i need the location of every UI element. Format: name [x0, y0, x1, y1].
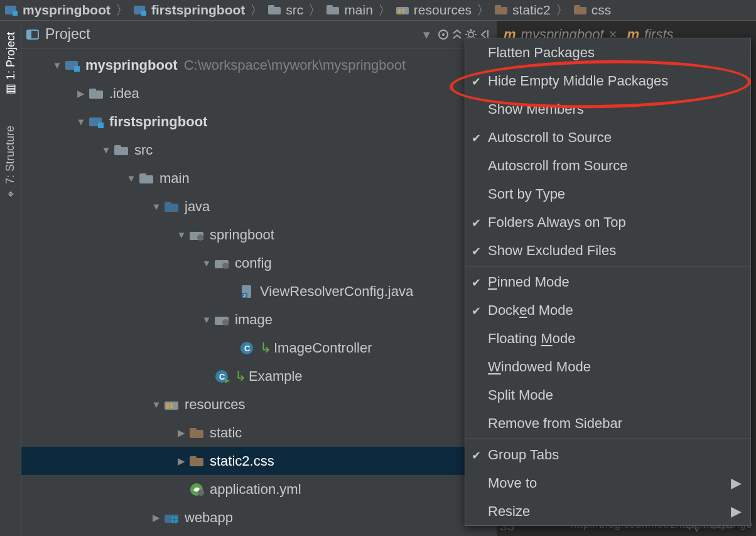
expand-arrow-icon[interactable]: [99, 145, 113, 155]
expand-arrow-icon[interactable]: [175, 229, 188, 240]
tree-item-webapp[interactable]: webapp: [21, 503, 497, 532]
submenu-arrow-icon: ▶: [731, 475, 742, 491]
breadcrumb-item[interactable]: firstspringboot: [131, 3, 247, 18]
collapse-all-icon[interactable]: [450, 28, 464, 41]
breadcrumb-item[interactable]: myspringboot: [3, 3, 113, 18]
tool-tab-project[interactable]: ▤ 1: Project: [4, 27, 18, 102]
tree-item-java[interactable]: java: [21, 192, 497, 221]
svg-rect-32: [165, 202, 171, 205]
breadcrumb-sep: 〉: [477, 1, 490, 19]
expand-arrow-icon[interactable]: [124, 173, 138, 183]
menu-item-floating-mode[interactable]: Floating Mode: [465, 324, 750, 353]
project-icon: ▤: [4, 84, 18, 97]
menu-label: Pinned Mode: [488, 274, 742, 290]
menu-item-show-excluded[interactable]: Show Excluded Files: [465, 236, 750, 265]
breadcrumb-sep: 〉: [378, 1, 391, 19]
breadcrumb-label: static2: [512, 3, 551, 18]
tree-label: webapp: [185, 510, 233, 526]
svg-rect-1: [13, 11, 18, 16]
menu-item-sort-by-type[interactable]: Sort by Type: [465, 180, 750, 208]
tree-item-idea[interactable]: .idea: [21, 79, 497, 107]
tree-item-java-file[interactable]: J ViewResolverConfig.java: [21, 277, 497, 305]
menu-item-flatten-packages[interactable]: Flatten Packages: [465, 38, 750, 67]
tree-item-src[interactable]: src: [21, 136, 497, 164]
tree-item-class[interactable]: C ↳ Example: [21, 362, 497, 390]
view-mode-dropdown[interactable]: ▾: [423, 27, 430, 42]
module-icon: [5, 4, 19, 16]
tree-label: ImageController: [274, 340, 372, 356]
module-icon: [65, 58, 82, 72]
tree-item-appyml[interactable]: application.yml: [21, 475, 497, 503]
breadcrumb-label: myspringboot: [23, 3, 111, 18]
menu-item-move-to[interactable]: Move to▶: [465, 469, 750, 497]
menu-item-autoscroll-from[interactable]: Autoscroll from Source: [465, 151, 750, 180]
project-tree[interactable]: myspringboot C:\workspace\mywork\mysprin…: [21, 48, 497, 536]
menu-separator: [465, 266, 750, 266]
menu-item-folders-top[interactable]: Folders Always on Top: [465, 208, 750, 236]
expand-arrow-icon[interactable]: [149, 399, 163, 410]
menu-label: Flatten Packages: [488, 45, 742, 61]
project-header-title[interactable]: Project: [45, 26, 90, 43]
expand-arrow-icon[interactable]: [175, 456, 188, 467]
folder-icon: [114, 143, 131, 157]
breadcrumb-item[interactable]: main: [324, 3, 375, 18]
tree-item-package[interactable]: springboot: [21, 221, 497, 249]
menu-item-remove-sidebar[interactable]: Remove from Sidebar: [465, 409, 750, 437]
expand-arrow-icon[interactable]: [74, 88, 88, 99]
breadcrumb-sep: 〉: [250, 1, 263, 19]
breadcrumb: myspringboot 〉 firstspringboot 〉 src 〉 m…: [0, 0, 756, 21]
breadcrumb-item[interactable]: css: [571, 3, 614, 18]
expand-arrow-icon[interactable]: [149, 512, 163, 523]
menu-item-pinned-mode[interactable]: Pinned Mode: [465, 268, 750, 296]
settings-popup-menu: Flatten Packages Hide Empty Middle Packa…: [465, 38, 751, 526]
menu-label: Group Tabs: [488, 447, 742, 463]
tree-item-package[interactable]: image: [21, 305, 497, 334]
tree-label: src: [134, 142, 153, 158]
spring-config-icon: [190, 483, 206, 496]
menu-item-show-members[interactable]: Show Members: [465, 95, 750, 123]
java-file-icon: J: [240, 285, 256, 298]
expand-arrow-icon[interactable]: [200, 314, 213, 325]
menu-item-hide-empty-middle[interactable]: Hide Empty Middle Packages: [465, 67, 750, 95]
menu-item-docked-mode[interactable]: Docked Mode: [465, 296, 750, 324]
tree-item-class[interactable]: C ↳ ImageController: [21, 334, 497, 362]
menu-item-resize[interactable]: Resize▶: [465, 497, 750, 525]
menu-item-split-mode[interactable]: Split Mode: [465, 381, 750, 409]
tool-tab-label: 7: Structure: [4, 126, 17, 184]
tree-item-static[interactable]: static: [21, 418, 497, 447]
menu-separator: [465, 439, 750, 439]
tree-item-package[interactable]: config: [21, 249, 497, 277]
breadcrumb-item[interactable]: static2: [492, 3, 553, 18]
package-icon: [215, 256, 231, 270]
svg-point-18: [442, 33, 445, 36]
web-folder-icon: [165, 511, 181, 525]
tree-item-resources[interactable]: resources: [21, 390, 497, 418]
breadcrumb-item[interactable]: resources: [394, 3, 474, 18]
tree-label: resources: [185, 397, 246, 413]
module-icon: [134, 4, 148, 16]
expand-arrow-icon[interactable]: [175, 427, 188, 439]
folder-icon: [574, 4, 588, 16]
expand-arrow-icon[interactable]: [50, 60, 64, 70]
expand-arrow-icon[interactable]: [149, 201, 163, 212]
svg-point-55: [198, 490, 204, 496]
folder-icon: [89, 87, 105, 101]
tree-item-module[interactable]: firstspringboot: [21, 107, 497, 136]
breadcrumb-item[interactable]: src: [266, 3, 306, 18]
tree-root[interactable]: myspringboot C:\workspace\mywork\mysprin…: [21, 51, 497, 79]
tree-item-static2[interactable]: static2.css: [21, 447, 497, 475]
expand-arrow-icon[interactable]: [74, 116, 88, 127]
svg-text:C: C: [219, 372, 225, 381]
folder-icon: [139, 172, 156, 185]
menu-item-windowed-mode[interactable]: Windowed Mode: [465, 353, 750, 381]
tree-item-main[interactable]: main: [21, 164, 497, 192]
menu-item-group-tabs[interactable]: Group Tabs: [465, 440, 750, 469]
tool-tab-structure[interactable]: ⌖ 7: Structure: [4, 121, 17, 204]
submenu-arrow-icon: ▶: [731, 503, 742, 520]
svg-point-36: [222, 263, 229, 269]
locate-icon[interactable]: [436, 28, 450, 41]
expand-arrow-icon[interactable]: [200, 258, 213, 268]
project-tool-window: Project ▾ myspringboot C:\workspace\mywo…: [21, 21, 497, 536]
svg-point-41: [222, 319, 229, 325]
menu-item-autoscroll-to[interactable]: Autoscroll to Source: [465, 123, 750, 151]
